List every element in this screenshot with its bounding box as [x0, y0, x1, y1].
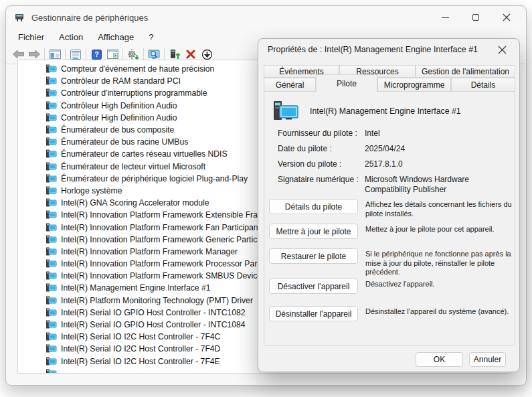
device-tree-item-label: Intel(R) Serial IO GPIO Host Controller …: [61, 308, 246, 317]
device-icon: [46, 76, 57, 86]
field-row: Version du pilote : 2517.8.1.0: [278, 159, 508, 169]
close-icon: [503, 13, 511, 21]
action-description: Désinstallez l'appareil du système (avan…: [365, 306, 512, 321]
device-icon-large: [272, 100, 299, 122]
cancel-button[interactable]: Annuler: [469, 352, 506, 367]
field-value: Intel: [365, 129, 508, 139]
field-row: Date du pilote : 2025/04/24: [278, 144, 508, 154]
device-tree-item-label: Contrôleur de RAM standard PCI: [61, 76, 181, 86]
toolbar-separator: [65, 48, 66, 60]
help-icon: ?: [92, 50, 102, 60]
dialog-footer: OK Annuler: [258, 345, 519, 373]
maximize-button[interactable]: [460, 6, 491, 29]
dialog-titlebar: Propriétés de : Intel(R) Management Engi…: [258, 39, 519, 60]
field-value: Microsoft Windows Hardware Compatibility…: [365, 175, 508, 194]
device-tree-item-label: Intel(R) Management Engine Interface #1: [61, 283, 211, 293]
device-tree-item-label: Intel(R) Innovation Platform Framework P…: [61, 259, 283, 268]
tab-microprogramme[interactable]: Microprogramme: [377, 78, 451, 92]
console-tree-icon: [50, 50, 61, 59]
tab-details[interactable]: Détails: [451, 78, 515, 92]
device-tree-item-label: Contrôleur High Definition Audio: [61, 101, 177, 110]
device-tree-item-label: Intel(R) Innovation Platform Framework E…: [61, 210, 286, 220]
device-icon: [46, 198, 57, 208]
action-row: Mettre à jour le pilote Mettez à jour le…: [269, 224, 512, 239]
forward-arrow-icon: [28, 50, 41, 59]
properties-icon: [70, 50, 81, 60]
menu-fichier[interactable]: Fichier: [11, 31, 51, 44]
device-icon: [46, 296, 57, 305]
field-label: Fournisseur du pilote :: [278, 129, 365, 139]
device-tree-item-label: Horloge système: [61, 186, 122, 195]
device-icon: [46, 369, 57, 374]
device-icon: [46, 64, 57, 74]
close-button[interactable]: [491, 6, 522, 29]
tab-gestion-alimentation[interactable]: Gestion de l'alimentation: [416, 65, 515, 78]
device-tree-item-label: Énumérateur de lecteur virtuel Microsoft: [61, 162, 205, 171]
back-arrow-icon: [12, 50, 25, 59]
device-icon: [46, 344, 57, 353]
menu-affichage[interactable]: Affichage: [91, 31, 141, 44]
toolbar-separator: [143, 48, 144, 60]
device-icon: [46, 113, 57, 123]
action-description: Si le périphérique ne fonctionne pas apr…: [365, 248, 512, 277]
device-header: Intel(R) Management Engine Interface #1: [272, 100, 461, 122]
device-tree-item-label: Intel(R) Serial IO GPIO Host Controller …: [61, 320, 246, 329]
disable-device-dialog-button[interactable]: Désactiver l'appareil: [269, 279, 358, 294]
device-icon: [46, 247, 57, 256]
disable-device-icon: [201, 49, 213, 60]
device-tree-item-label: Énumérateur de bus composite: [61, 125, 174, 135]
device-icon: [46, 210, 57, 220]
ok-button[interactable]: OK: [416, 352, 463, 367]
pilote-tab-panel: Intel(R) Management Engine Interface #1 …: [264, 91, 515, 345]
maximize-icon: [472, 14, 479, 21]
menu-action[interactable]: Action: [52, 31, 90, 44]
roll-back-driver-button[interactable]: Restaurer le pilote: [269, 248, 358, 264]
device-tree-item-label: Énumérateur de bus racine UMBus: [61, 137, 188, 147]
action-row: Désinstaller l'appareil Désinstallez l'a…: [269, 306, 512, 321]
device-icon: [46, 101, 57, 110]
minimize-button[interactable]: [430, 6, 460, 29]
field-value: 2025/04/24: [365, 144, 508, 154]
action-row: Désactiver l'appareil Désactivez l'appar…: [269, 279, 512, 294]
menu-help[interactable]: ?: [142, 31, 160, 44]
toolbar-separator: [164, 48, 165, 60]
device-tree-item-label: Intel(R) Platform Monitoring Technology …: [61, 296, 253, 305]
action-pane-icon: [107, 50, 118, 59]
device-tree-item-label: Intel(R) Innovation Platform Framework M…: [61, 247, 238, 256]
action-description: Désactivez l'appareil.: [365, 279, 512, 294]
device-icon: [46, 137, 57, 147]
toolbar-separator: [122, 48, 123, 60]
action-description: Affichez les détails concernant les fich…: [365, 199, 512, 218]
device-icon: [46, 357, 57, 366]
toolbar-separator: [86, 48, 86, 60]
update-driver-dialog-button[interactable]: Mettre à jour le pilote: [269, 224, 358, 239]
device-manager-app-icon: [14, 12, 25, 23]
device-icon: [46, 308, 57, 317]
device-tree-item-label: Intel(R) Serial IO I2C Host Controller -…: [61, 357, 220, 366]
tab-pilote[interactable]: Pilote: [316, 74, 377, 92]
device-icon: [46, 332, 57, 341]
search-monitor-icon: [148, 49, 161, 60]
action-row: Détails du pilote Affichez les détails c…: [269, 199, 512, 218]
action-description: Mettez à jour le pilote pour cet apparei…: [365, 224, 512, 239]
device-icon: [46, 320, 57, 329]
desktop: Gestionnaire de périphériques Fichier Ac…: [0, 0, 532, 397]
device-name: Intel(R) Management Engine Interface #1: [310, 106, 461, 116]
device-tree-item-label: Intel(R) GNA Scoring Accelerator module: [61, 198, 209, 208]
tab-strip: Événements Ressources Gestion de l'alime…: [264, 65, 515, 92]
tab-general[interactable]: Général: [264, 78, 316, 92]
close-icon: [498, 46, 507, 54]
dialog-close-button[interactable]: [487, 39, 517, 60]
toolbar-separator: [44, 48, 45, 60]
field-label: Date du pilote :: [278, 144, 365, 154]
device-icon: [46, 235, 57, 244]
device-tree-item-label: Intel(R) Innovation Platform Framework S…: [61, 271, 262, 281]
minimize-icon: [442, 17, 449, 18]
driver-details-button[interactable]: Détails du pilote: [269, 199, 358, 214]
device-icon: [46, 223, 57, 232]
device-icon: [46, 259, 57, 268]
titlebar: Gestionnaire de périphériques: [6, 6, 526, 29]
uninstall-device-dialog-button[interactable]: Désinstaller l'appareil: [269, 306, 358, 321]
device-icon: [46, 283, 57, 293]
field-label: Version du pilote :: [278, 159, 365, 169]
